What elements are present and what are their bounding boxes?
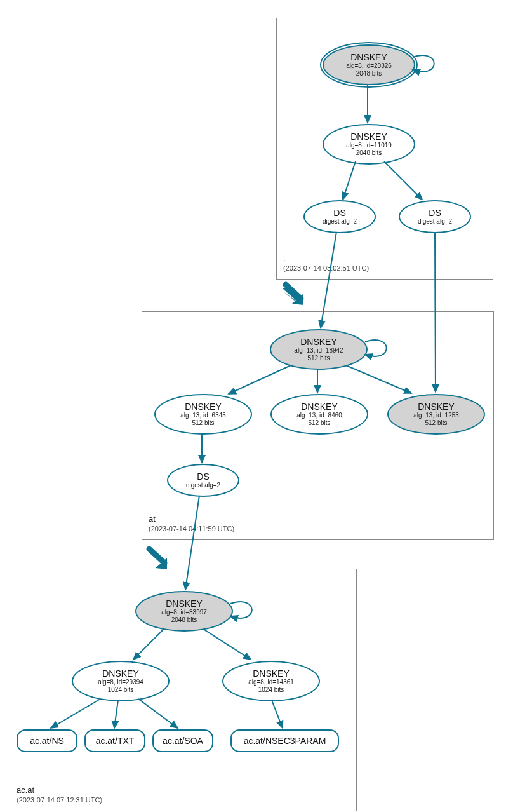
node-root-ds2-l1: digest alg=2 (418, 218, 452, 226)
node-at-ksk: DNSKEY alg=13, id=18942 512 bits (270, 329, 368, 370)
node-acat-zsk2-l1: alg=8, id=14361 (248, 679, 294, 686)
zone-acat-label: ac.at (2023-07-14 07:12:31 UTC) (17, 785, 102, 804)
node-root-ds1-title: DS (333, 208, 345, 218)
svg-marker-2 (156, 558, 167, 569)
node-root-ds2-title: DS (429, 208, 441, 218)
node-at-zsk3-l2: 512 bits (425, 419, 447, 427)
zone-at-timestamp: (2023-07-14 04:11:59 UTC) (149, 525, 234, 532)
node-root-zsk-l2: 2048 bits (356, 149, 382, 157)
node-at-zsk2: DNSKEY alg=13, id=8460 512 bits (270, 394, 368, 435)
node-at-zsk2-l2: 512 bits (308, 419, 330, 427)
node-acat-zsk1-title: DNSKEY (102, 668, 139, 679)
node-at-ds-title: DS (197, 471, 209, 482)
node-at-ksk-l1: alg=13, id=18942 (294, 347, 343, 355)
node-root-zsk-title: DNSKEY (350, 132, 387, 142)
node-acat-zsk1-l2: 1024 bits (108, 686, 134, 694)
svg-marker-1 (292, 294, 303, 305)
node-at-zsk3-title: DNSKEY (418, 402, 455, 412)
zone-acat-timestamp: (2023-07-14 07:12:31 UTC) (17, 796, 102, 804)
node-acat-zsk2: DNSKEY alg=8, id=14361 1024 bits (222, 661, 320, 701)
node-at-zsk1-title: DNSKEY (185, 402, 222, 412)
node-acat-ksk-l1: alg=8, id=33997 (161, 609, 207, 616)
node-root-zsk: DNSKEY alg=8, id=11019 2048 bits (323, 124, 415, 165)
zone-acat-name: ac.at (17, 785, 34, 795)
node-acat-zsk1: DNSKEY alg=8, id=29394 1024 bits (72, 661, 170, 701)
node-at-zsk3: DNSKEY alg=13, id=1253 512 bits (387, 394, 485, 435)
rr-ns: ac.at/NS (17, 729, 77, 752)
node-at-zsk2-l1: alg=13, id=8460 (296, 412, 342, 419)
node-root-ksk: DNSKEY alg=8, id=20326 2048 bits (323, 44, 415, 85)
node-root-ds1-l1: digest alg=2 (323, 218, 357, 226)
rr-n3p: ac.at/NSEC3PARAM (230, 729, 339, 752)
node-root-ds1: DS digest alg=2 (303, 200, 376, 233)
node-at-zsk1-l1: alg=13, id=6345 (180, 412, 226, 419)
zone-root-label: . (2023-07-14 03:02:51 UTC) (283, 254, 369, 273)
node-at-zsk3-l1: alg=13, id=1253 (413, 412, 459, 419)
node-at-ds: DS digest alg=2 (167, 464, 239, 497)
svg-marker-0 (283, 288, 300, 305)
node-acat-zsk2-l2: 1024 bits (258, 686, 284, 694)
node-root-ds2: DS digest alg=2 (399, 200, 471, 233)
node-acat-ksk-title: DNSKEY (166, 599, 203, 609)
rr-txt: ac.at/TXT (84, 729, 145, 752)
node-at-zsk1-l2: 512 bits (192, 419, 214, 427)
node-root-ksk-l1: alg=8, id=20326 (346, 62, 392, 70)
node-at-zsk2-title: DNSKEY (301, 402, 338, 412)
zone-at-name: at (149, 514, 156, 524)
node-root-ksk-title: DNSKEY (350, 52, 387, 62)
node-root-ksk-l2: 2048 bits (356, 70, 382, 78)
node-acat-ksk: DNSKEY alg=8, id=33997 2048 bits (135, 591, 233, 632)
node-at-ksk-l2: 512 bits (307, 355, 330, 362)
zone-at-label: at (2023-07-14 04:11:59 UTC) (149, 514, 234, 533)
node-acat-ksk-l2: 2048 bits (171, 616, 197, 624)
rr-soa: ac.at/SOA (152, 729, 213, 752)
zone-root-timestamp: (2023-07-14 03:02:51 UTC) (283, 264, 369, 272)
node-acat-zsk2-title: DNSKEY (253, 668, 290, 679)
node-at-ds-l1: digest alg=2 (186, 482, 220, 489)
zone-root-name: . (283, 254, 286, 263)
node-at-zsk1: DNSKEY alg=13, id=6345 512 bits (154, 394, 252, 435)
node-at-ksk-title: DNSKEY (300, 337, 337, 347)
node-root-zsk-l1: alg=8, id=11019 (346, 142, 392, 149)
node-acat-zsk1-l1: alg=8, id=29394 (98, 679, 143, 686)
